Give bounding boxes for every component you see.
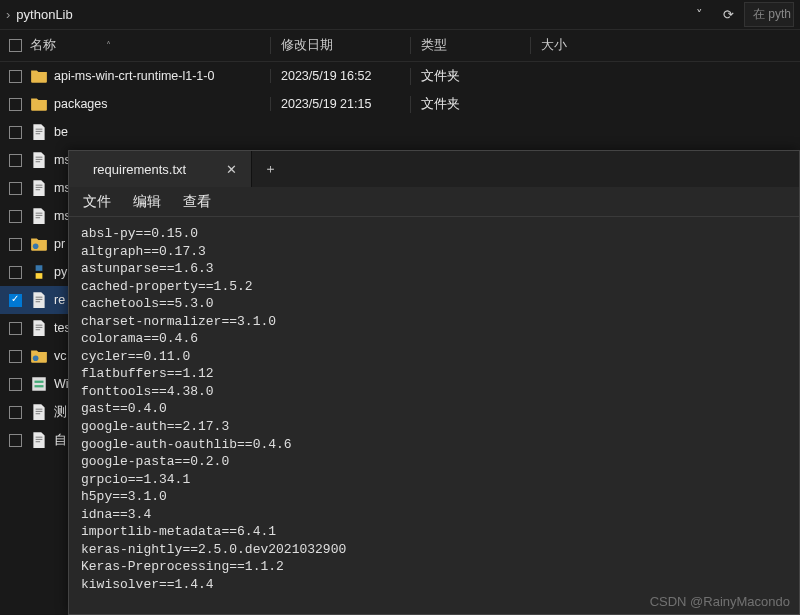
svg-rect-5: [36, 161, 41, 162]
bat-icon: [30, 375, 48, 393]
svg-rect-26: [36, 437, 43, 438]
file-txt-icon: [30, 123, 48, 141]
file-name: re: [54, 293, 65, 307]
svg-rect-22: [35, 385, 44, 387]
notepad-content[interactable]: absl-py==0.15.0 altgraph==0.17.3 astunpa…: [69, 217, 799, 614]
svg-rect-27: [36, 439, 43, 440]
notepad-tab-title: requirements.txt: [93, 162, 186, 177]
file-txt-icon: [30, 179, 48, 197]
file-txt-icon: [30, 207, 48, 225]
svg-rect-7: [36, 187, 43, 188]
folder-icon: [30, 95, 48, 113]
file-txt-icon: [30, 319, 48, 337]
svg-rect-20: [32, 377, 46, 391]
svg-rect-0: [36, 129, 43, 130]
notepad-window: requirements.txt ✕ ＋ 文件 编辑 查看 absl-py==0…: [68, 150, 800, 615]
file-name: Wi: [54, 377, 69, 391]
svg-rect-13: [36, 297, 43, 298]
svg-rect-15: [36, 301, 41, 302]
file-txt-icon: [30, 431, 48, 449]
row-checkbox[interactable]: [9, 70, 22, 83]
folder-py-icon: [30, 235, 48, 253]
row-checkbox[interactable]: [9, 238, 22, 251]
refresh-icon[interactable]: ⟳: [723, 7, 734, 22]
file-type: 文件夹: [410, 68, 530, 85]
row-checkbox[interactable]: [9, 182, 22, 195]
file-name: vc: [54, 349, 67, 363]
select-all-checkbox[interactable]: [9, 39, 22, 52]
file-date: 2023/5/19 21:15: [270, 97, 410, 111]
row-checkbox[interactable]: [9, 126, 22, 139]
svg-rect-3: [36, 157, 43, 158]
file-txt-icon: [30, 403, 48, 421]
python-icon: [30, 263, 48, 281]
file-name: api-ms-win-crt-runtime-l1-1-0: [54, 69, 214, 83]
column-name-header[interactable]: 名称: [30, 37, 56, 54]
menu-view[interactable]: 查看: [183, 193, 211, 211]
column-size-header[interactable]: 大小: [530, 37, 610, 54]
row-checkbox[interactable]: [9, 294, 22, 307]
svg-rect-9: [36, 213, 43, 214]
new-tab-button[interactable]: ＋: [252, 151, 288, 187]
row-checkbox[interactable]: [9, 350, 22, 363]
svg-rect-11: [36, 217, 41, 218]
close-tab-icon[interactable]: ✕: [226, 162, 237, 177]
file-type: 文件夹: [410, 96, 530, 113]
search-input[interactable]: 在 pyth: [744, 2, 794, 27]
notepad-tab[interactable]: requirements.txt ✕: [69, 151, 252, 187]
file-name: pr: [54, 237, 65, 251]
notepad-menu-bar: 文件 编辑 查看: [69, 187, 799, 217]
column-header-row: 名称 ˄ 修改日期 类型 大小: [0, 30, 800, 62]
svg-point-19: [33, 355, 39, 361]
svg-rect-4: [36, 159, 43, 160]
menu-edit[interactable]: 编辑: [133, 193, 161, 211]
notepad-tab-bar: requirements.txt ✕ ＋: [69, 151, 799, 187]
svg-rect-28: [36, 441, 41, 442]
column-date-header[interactable]: 修改日期: [270, 37, 410, 54]
svg-rect-24: [36, 411, 43, 412]
svg-rect-14: [36, 299, 43, 300]
row-checkbox[interactable]: [9, 322, 22, 335]
file-date: 2023/5/19 16:52: [270, 69, 410, 83]
row-checkbox[interactable]: [9, 154, 22, 167]
breadcrumb-current[interactable]: pythonLib: [16, 7, 72, 22]
svg-point-12: [33, 243, 39, 249]
svg-rect-25: [36, 413, 41, 414]
table-row[interactable]: api-ms-win-crt-runtime-l1-1-02023/5/19 1…: [0, 62, 800, 90]
folder-py-icon: [30, 347, 48, 365]
file-name: 自: [54, 432, 67, 449]
svg-rect-2: [36, 133, 41, 134]
svg-rect-17: [36, 327, 43, 328]
file-name: packages: [54, 97, 108, 111]
row-checkbox[interactable]: [9, 406, 22, 419]
column-type-header[interactable]: 类型: [410, 37, 530, 54]
svg-rect-6: [36, 185, 43, 186]
row-checkbox[interactable]: [9, 210, 22, 223]
file-txt-icon: [30, 291, 48, 309]
sort-indicator-icon: ˄: [106, 40, 111, 51]
dropdown-icon[interactable]: ˅: [696, 7, 703, 22]
svg-rect-23: [36, 409, 43, 410]
table-row[interactable]: be: [0, 118, 800, 146]
svg-rect-8: [36, 189, 41, 190]
svg-rect-1: [36, 131, 43, 132]
row-checkbox[interactable]: [9, 266, 22, 279]
menu-file[interactable]: 文件: [83, 193, 111, 211]
svg-rect-10: [36, 215, 43, 216]
row-checkbox[interactable]: [9, 98, 22, 111]
row-checkbox[interactable]: [9, 378, 22, 391]
file-name: be: [54, 125, 68, 139]
svg-rect-16: [36, 325, 43, 326]
file-name: 测: [54, 404, 67, 421]
file-name: py: [54, 265, 67, 279]
table-row[interactable]: packages2023/5/19 21:15文件夹: [0, 90, 800, 118]
breadcrumb-separator-icon: ›: [6, 7, 10, 22]
folder-icon: [30, 67, 48, 85]
row-checkbox[interactable]: [9, 434, 22, 447]
watermark: CSDN @RainyMacondo: [650, 594, 790, 609]
svg-rect-18: [36, 329, 41, 330]
svg-rect-21: [35, 381, 44, 383]
file-txt-icon: [30, 151, 48, 169]
